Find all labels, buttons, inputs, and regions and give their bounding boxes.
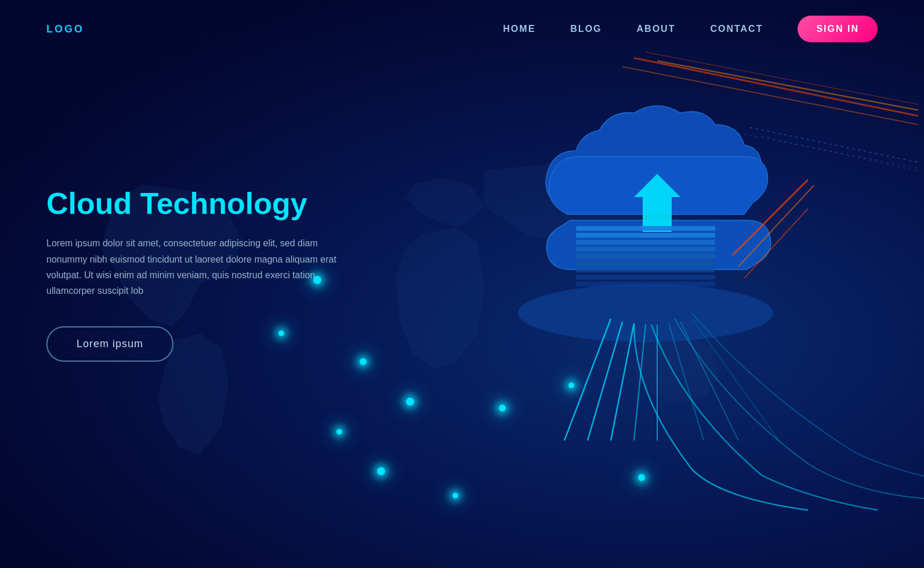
svg-rect-17 [576, 282, 715, 286]
svg-line-2 [646, 52, 918, 104]
nav-contact[interactable]: CONTACT [710, 24, 763, 34]
nav-links: HOME BLOG ABOUT CONTACT SIGN IN [503, 16, 878, 42]
svg-rect-10 [576, 233, 715, 238]
svg-line-5 [762, 136, 918, 171]
glow-dot-7 [568, 383, 574, 388]
nav-blog[interactable]: BLOG [570, 24, 601, 34]
svg-rect-14 [576, 261, 715, 265]
cta-button[interactable]: Lorem ipsum [46, 326, 173, 362]
logo[interactable]: LOGO [46, 23, 84, 35]
glow-dot-8 [377, 467, 385, 475]
hero-title: Cloud Technology [46, 185, 336, 221]
svg-line-4 [750, 128, 918, 162]
svg-rect-13 [576, 254, 715, 258]
svg-point-7 [518, 284, 773, 342]
cloud-illustration [402, 46, 924, 522]
svg-line-3 [657, 61, 918, 110]
glow-dot-9 [452, 493, 458, 498]
navbar: LOGO HOME BLOG ABOUT CONTACT SIGN IN [0, 0, 924, 58]
sign-in-button[interactable]: SIGN IN [798, 16, 878, 42]
svg-rect-16 [576, 275, 715, 279]
svg-rect-11 [576, 240, 715, 245]
svg-line-6 [738, 133, 918, 168]
glow-dot-10 [638, 474, 645, 481]
nav-about[interactable]: ABOUT [637, 24, 676, 34]
svg-line-25 [692, 319, 779, 440]
svg-rect-12 [576, 247, 715, 252]
svg-rect-9 [576, 226, 715, 231]
nav-home[interactable]: HOME [503, 24, 535, 34]
svg-line-23 [669, 323, 704, 440]
glow-dot-3 [360, 358, 367, 365]
glow-dot-5 [336, 429, 342, 435]
hero-description: Lorem ipsum dolor sit amet, consectetuer… [46, 235, 336, 298]
svg-rect-15 [576, 268, 715, 272]
glow-dot-6 [499, 405, 506, 412]
hero-section: Cloud Technology Lorem ipsum dolor sit a… [46, 185, 336, 362]
svg-line-0 [634, 58, 918, 116]
glow-dot-4 [406, 398, 414, 406]
